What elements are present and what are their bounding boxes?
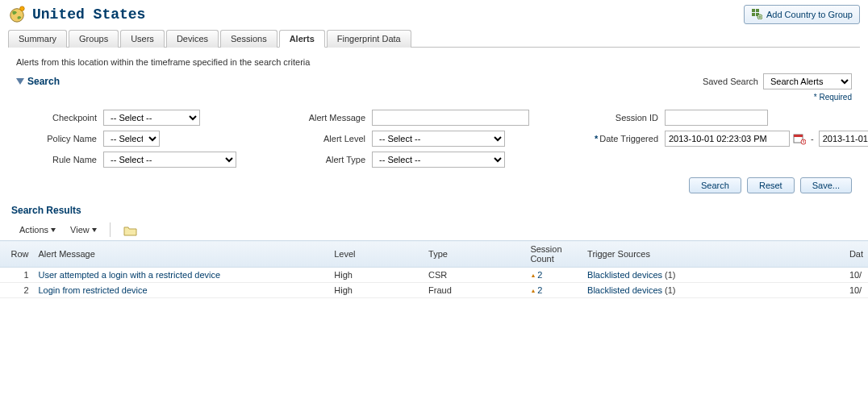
col-session-count[interactable]: SessionCount — [525, 241, 582, 268]
tab-groups[interactable]: Groups — [69, 30, 119, 48]
chevron-down-icon — [92, 228, 97, 232]
alert-level-label: Alert Level — [285, 134, 372, 143]
cell-row: 2 — [0, 283, 34, 298]
rule-name-select[interactable]: -- Select -- — [103, 152, 236, 168]
add-country-to-group-button[interactable]: Add Country to Group — [744, 5, 860, 24]
required-note: * Required — [0, 89, 868, 102]
results-table: Row Alert Message Level Type SessionCoun… — [0, 240, 868, 298]
tab-devices[interactable]: Devices — [166, 30, 219, 48]
checkpoint-select[interactable]: -- Select -- — [103, 110, 200, 126]
tab-alerts[interactable]: Alerts — [279, 30, 325, 48]
grid-plus-icon — [751, 8, 762, 21]
alert-message-link[interactable]: Login from restricted device — [39, 285, 148, 295]
collapse-icon — [16, 78, 24, 85]
chevron-down-icon — [51, 228, 56, 232]
actions-menu[interactable]: Actions — [15, 223, 61, 236]
tab-users[interactable]: Users — [120, 30, 165, 48]
date-to-input[interactable] — [819, 131, 868, 147]
session-id-label: Session ID — [570, 113, 665, 123]
toolbar-separator — [110, 222, 111, 237]
col-trigger-sources[interactable]: Trigger Sources — [582, 241, 845, 268]
date-triggered-label: *Date Triggered — [570, 134, 665, 143]
tab-fingerprint-data[interactable]: Fingerprint Data — [327, 30, 411, 48]
cell-date: 10/ — [845, 268, 868, 283]
alert-type-select[interactable]: -- Select -- — [372, 152, 505, 168]
tab-description: Alerts from this location within the tim… — [0, 48, 868, 73]
tab-summary[interactable]: Summary — [8, 30, 67, 48]
reset-button[interactable]: Reset — [747, 177, 795, 193]
alert-message-label: Alert Message — [285, 113, 372, 123]
svg-rect-3 — [756, 9, 759, 12]
add-country-label: Add Country to Group — [766, 10, 853, 19]
up-indicator-icon: ▲ — [530, 272, 536, 278]
cell-type: CSR — [424, 268, 525, 283]
trigger-source-link[interactable]: Blacklisted devices — [587, 285, 662, 295]
svg-rect-8 — [794, 135, 803, 137]
detach-button[interactable] — [119, 223, 141, 236]
search-section-toggle[interactable]: Search — [16, 76, 60, 87]
cell-date: 10/ — [845, 283, 868, 298]
tab-sessions[interactable]: Sessions — [220, 30, 278, 48]
alert-type-label: Alert Type — [285, 155, 372, 164]
cell-level: High — [329, 268, 424, 283]
rule-name-label: Rule Name — [24, 155, 103, 164]
svg-rect-4 — [752, 13, 755, 16]
up-indicator-icon: ▲ — [530, 288, 536, 293]
saved-search-select[interactable]: Search Alerts — [763, 73, 852, 89]
date-range-separator: - — [806, 134, 819, 143]
page-title: United States — [32, 6, 145, 23]
view-menu[interactable]: View — [65, 223, 102, 236]
calendar-from-icon[interactable] — [793, 132, 806, 145]
col-row[interactable]: Row — [0, 241, 34, 268]
trigger-source-link[interactable]: Blacklisted devices — [587, 270, 662, 280]
save-button[interactable]: Save... — [800, 177, 852, 193]
trigger-source-count: (1) — [665, 270, 675, 280]
cell-level: High — [329, 283, 424, 298]
trigger-source-count: (1) — [665, 285, 675, 295]
col-alert-message[interactable]: Alert Message — [34, 241, 330, 268]
session-count-link[interactable]: 2 — [537, 285, 542, 295]
saved-search-label: Saved Search — [703, 77, 758, 86]
policy-name-label: Policy Name — [24, 134, 103, 143]
tab-bar: Summary Groups Users Devices Sessions Al… — [8, 29, 860, 48]
search-results-heading: Search Results — [0, 205, 868, 219]
search-heading-label: Search — [27, 76, 60, 87]
folder-icon — [123, 225, 136, 235]
cell-type: Fraud — [424, 283, 525, 298]
session-count-link[interactable]: 2 — [537, 270, 542, 280]
table-row: 2 Login from restricted device High Frau… — [0, 283, 868, 298]
alert-level-select[interactable]: -- Select -- — [372, 131, 505, 147]
table-row: 1 User attempted a login with a restrict… — [0, 268, 868, 283]
session-id-input[interactable] — [665, 110, 768, 126]
globe-icon — [8, 6, 26, 23]
svg-rect-2 — [752, 9, 755, 12]
cell-row: 1 — [0, 268, 34, 283]
search-button[interactable]: Search — [689, 177, 741, 193]
alert-message-input[interactable] — [372, 110, 529, 126]
col-type[interactable]: Type — [424, 241, 525, 268]
alert-message-link[interactable]: User attempted a login with a restricted… — [39, 270, 221, 280]
svg-point-1 — [20, 6, 24, 10]
col-level[interactable]: Level — [329, 241, 424, 268]
checkpoint-label: Checkpoint — [24, 113, 103, 123]
col-date[interactable]: Dat — [845, 241, 868, 268]
date-from-input[interactable] — [665, 131, 790, 147]
policy-name-select[interactable]: -- Select -- — [103, 131, 160, 147]
